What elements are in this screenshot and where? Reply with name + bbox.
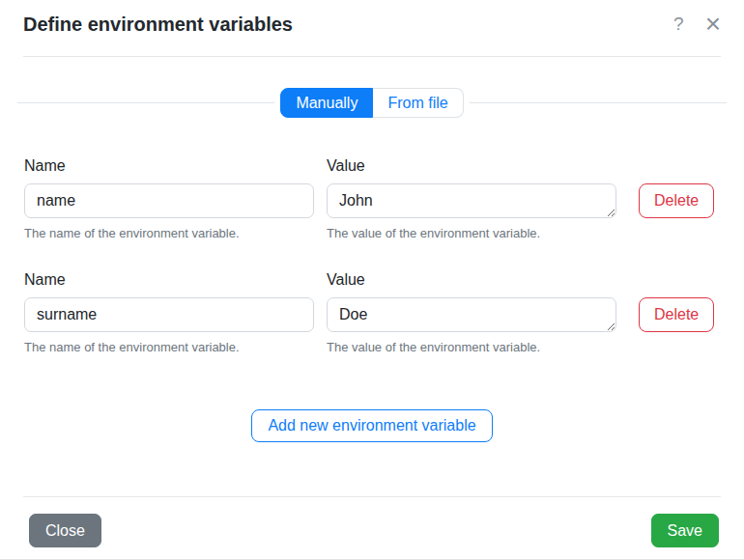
value-label: Value [327,270,616,290]
delete-button[interactable]: Delete [639,183,714,218]
name-input[interactable] [24,297,314,332]
env-var-row: Name The name of the environment variabl… [24,156,720,241]
define-env-vars-dialog: Define environment variables ? × Manuall… [0,0,744,560]
tab-group: Manually From file [280,88,463,118]
help-icon[interactable]: ? [673,13,684,36]
tab-manually[interactable]: Manually [280,88,373,118]
add-row: Add new environment variable [24,409,720,442]
name-input[interactable] [24,183,314,218]
value-help-text: The value of the environment variable. [327,226,616,241]
name-help-text: The name of the environment variable. [24,340,314,355]
value-label: Value [327,156,616,176]
value-textarea[interactable]: Doe [327,297,616,332]
env-var-row: Name The name of the environment variabl… [24,270,720,355]
value-field-group: Value John The value of the environment … [327,156,616,241]
name-field-group: Name The name of the environment variabl… [24,156,314,241]
name-label: Name [24,156,314,176]
name-help-text: The name of the environment variable. [24,226,314,241]
header-divider [23,56,721,57]
dialog-header: Define environment variables ? × [0,0,744,37]
env-vars-form: Name The name of the environment variabl… [0,118,744,442]
close-button[interactable]: Close [29,514,101,547]
name-field-group: Name The name of the environment variabl… [24,270,314,355]
page-title: Define environment variables [23,12,293,37]
value-textarea[interactable]: John [327,183,616,218]
header-icons: ? × [673,12,721,36]
value-field-group: Value Doe The value of the environment v… [327,270,616,355]
close-icon[interactable]: × [705,13,721,36]
tab-line-right [470,102,727,103]
save-button[interactable]: Save [651,514,719,547]
tab-from-file[interactable]: From file [373,88,463,118]
name-label: Name [24,270,314,290]
value-help-text: The value of the environment variable. [327,340,616,355]
delete-button[interactable]: Delete [639,297,714,332]
add-env-var-button[interactable]: Add new environment variable [251,409,492,442]
dialog-footer: Close Save [0,497,744,559]
tab-line-left [17,102,274,103]
tabs-row: Manually From file [0,88,744,118]
